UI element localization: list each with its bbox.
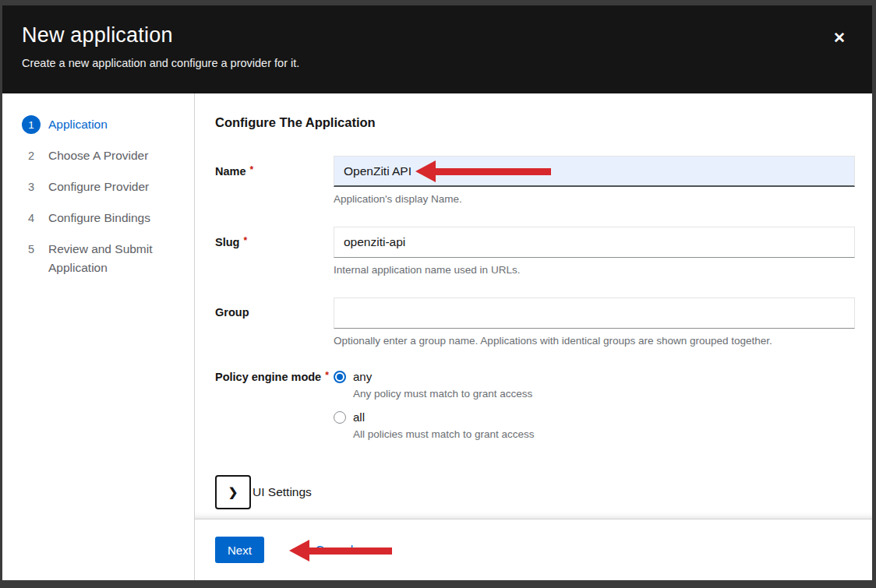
close-icon[interactable]: ✕: [830, 27, 849, 48]
step-label: Review and Submit Application: [48, 240, 173, 277]
ui-settings-label[interactable]: UI Settings: [253, 485, 312, 499]
radio-any[interactable]: [334, 371, 346, 383]
chevron-right-icon: ❯: [228, 485, 238, 499]
modal-title: New application: [22, 22, 822, 49]
policy-engine-mode-label: Policy engine mode*: [215, 368, 334, 383]
radio-any-help: Any policy must match to grant access: [353, 388, 855, 400]
radio-any-label[interactable]: any: [353, 370, 372, 383]
wizard-main-pane: Configure The Application Name* Applicat…: [195, 93, 872, 580]
radio-all-label[interactable]: all: [353, 410, 365, 424]
required-asterisk: *: [325, 370, 329, 381]
policy-mode-all-option[interactable]: all: [334, 409, 855, 424]
policy-mode-any-option[interactable]: any: [334, 368, 855, 383]
radio-all[interactable]: [334, 411, 346, 424]
policy-engine-mode-row: Policy engine mode* any Any policy must …: [215, 368, 855, 449]
step-label: Configure Bindings: [48, 209, 150, 227]
step-number: 4: [22, 209, 41, 227]
step-label: Configure Provider: [48, 178, 149, 196]
slug-form-row: Slug* Internal application name used in …: [215, 227, 855, 276]
wizard-step-configure-bindings[interactable]: 4 Configure Bindings: [22, 202, 182, 234]
step-number: 5: [22, 240, 41, 259]
name-field-wrap: Application's display Name.: [334, 156, 855, 205]
group-input[interactable]: [334, 298, 855, 329]
group-label: Group: [215, 298, 334, 319]
wizard-step-review-submit[interactable]: 5 Review and Submit Application: [22, 234, 182, 283]
wizard-step-configure-provider[interactable]: 3 Configure Provider: [22, 171, 182, 202]
modal-body: 1 Application 2 Choose A Provider 3 Conf…: [2, 93, 872, 580]
wizard-step-choose-provider[interactable]: 2 Choose A Provider: [22, 140, 182, 171]
wizard-content: Configure The Application Name* Applicat…: [195, 93, 872, 519]
wizard-step-application[interactable]: 1 Application: [22, 109, 182, 140]
step-label: Application: [48, 115, 108, 134]
next-button[interactable]: Next: [215, 537, 264, 563]
page-title: Configure The Application: [215, 115, 855, 130]
name-label: Name*: [215, 156, 334, 178]
step-number: 2: [22, 146, 41, 165]
required-asterisk: *: [243, 235, 247, 246]
policy-engine-mode-group: any Any policy must match to grant acces…: [334, 368, 855, 449]
expand-toggle-button[interactable]: ❯: [215, 475, 251, 509]
name-input[interactable]: [334, 156, 855, 187]
new-application-modal: New application Create a new application…: [2, 5, 872, 580]
step-number: 3: [22, 178, 41, 196]
wizard-footer: Next Cancel: [195, 519, 872, 580]
ui-settings-expander: ❯ UI Settings: [215, 475, 855, 509]
modal-header: New application Create a new application…: [2, 5, 872, 93]
step-number-badge: 1: [22, 115, 41, 134]
group-form-row: Group Optionally enter a group name. App…: [215, 298, 855, 347]
modal-subtitle: Create a new application and configure a…: [22, 57, 822, 69]
group-field-wrap: Optionally enter a group name. Applicati…: [334, 298, 855, 347]
name-help-text: Application's display Name.: [334, 193, 855, 205]
cancel-link[interactable]: Cancel: [316, 543, 353, 557]
name-form-row: Name* Application's display Name.: [215, 156, 855, 205]
slug-input[interactable]: [334, 227, 855, 258]
slug-help-text: Internal application name used in URLs.: [334, 264, 855, 276]
slug-label: Slug*: [215, 227, 334, 248]
wizard-step-nav: 1 Application 2 Choose A Provider 3 Conf…: [2, 93, 195, 580]
required-asterisk: *: [250, 164, 254, 175]
group-help-text: Optionally enter a group name. Applicati…: [334, 335, 855, 347]
radio-all-help: All policies must match to grant access: [353, 428, 855, 440]
step-label: Choose A Provider: [48, 146, 148, 165]
slug-field-wrap: Internal application name used in URLs.: [334, 227, 855, 276]
